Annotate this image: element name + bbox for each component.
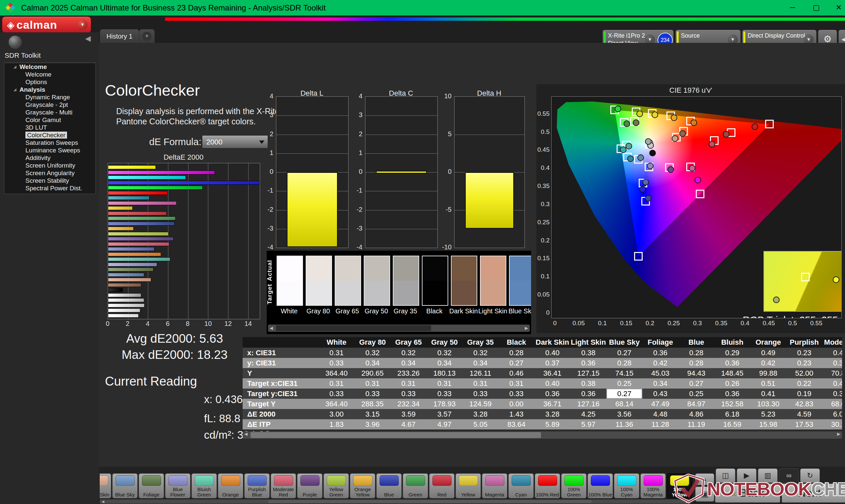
stop-measure-button[interactable]: ▣ xyxy=(695,487,714,502)
delta_c-bar xyxy=(376,171,427,174)
patch-button-100-cyan[interactable]: 100% Cyan xyxy=(614,473,639,498)
y-tick-label: 4 xyxy=(256,92,273,100)
patch-button-100-red[interactable]: 100% Red xyxy=(535,473,560,498)
toolbar-icon-button[interactable]: ∞ xyxy=(779,468,799,483)
compare-swatch-label: Gray 50 xyxy=(362,307,390,315)
workflow-title: SDR Toolkit xyxy=(5,52,40,59)
measured-marker xyxy=(689,165,696,172)
patch-button-purplish-blue[interactable]: Purplish Blue xyxy=(244,473,270,498)
table-cell: 68.05 xyxy=(822,399,842,409)
session-orb-button[interactable] xyxy=(8,36,22,49)
tree-item-options[interactable]: Options xyxy=(4,78,95,86)
table-cell: 232.34 xyxy=(390,399,426,409)
scroll-left-icon[interactable]: ◀ xyxy=(243,431,249,439)
patch-button-100-yellow[interactable]: 100% Yellow xyxy=(667,473,692,498)
next-button[interactable]: Next » xyxy=(781,484,845,503)
toolbar-icon-button[interactable]: ▶ xyxy=(737,468,757,483)
scroll-right-icon[interactable]: ▶ xyxy=(835,431,842,439)
tree-item-spectral-power-dist-[interactable]: Spectral Power Dist. xyxy=(4,184,95,192)
strip-scrollbar-thumb[interactable] xyxy=(268,500,592,503)
minimize-button[interactable]: ─ xyxy=(787,3,798,13)
toolbar-icon-button[interactable]: ◫ xyxy=(716,468,735,483)
close-button[interactable]: ✕ xyxy=(833,3,844,13)
cie-x-tick-label: 0.35 xyxy=(711,320,731,327)
scroll-right-icon[interactable]: ▶ xyxy=(684,499,690,504)
tree-item-colorchecker[interactable]: ColorChecker xyxy=(4,131,95,139)
tree-item-welcome[interactable]: Welcome xyxy=(4,71,95,78)
scroll-left-icon[interactable]: ◀ xyxy=(268,325,275,332)
tree-item-screen-uniformity[interactable]: Screen Uniformity xyxy=(4,162,95,169)
patch-button-yellow[interactable]: Yellow xyxy=(456,473,481,498)
cie-x-tick-label: 0.1 xyxy=(593,320,612,327)
maximize-button[interactable]: ▢ xyxy=(811,3,822,13)
actual-target-swatch-panel: ActualTargetWhiteGray 80Gray 65Gray 50Gr… xyxy=(267,251,531,334)
table-cell: 0.32 xyxy=(426,348,462,358)
tree-group-analysis[interactable]: ◢Analysis xyxy=(4,86,95,93)
cie-y-tick-label: 0 xyxy=(532,309,550,316)
table-cell: 0.31 xyxy=(462,378,498,389)
tree-item-screen-angularity[interactable]: Screen Angularity xyxy=(4,169,95,177)
table-cell: 0.46 xyxy=(498,368,534,378)
tree-item-luminance-sweeps[interactable]: Luminance Sweeps xyxy=(4,146,95,154)
patch-button-orange[interactable]: Orange xyxy=(218,473,243,498)
sidebar-collapse-button[interactable]: ◀ xyxy=(85,34,91,43)
table-scrollbar[interactable]: ◀ ▶ xyxy=(243,431,842,439)
table-cell: 0.27 xyxy=(606,348,642,358)
patch-button-cyan[interactable]: Cyan xyxy=(508,473,534,498)
table-cell: 5.23 xyxy=(750,409,786,419)
patch-button-label: Purplish Blue xyxy=(245,487,269,498)
patch-button-100-green[interactable]: 100% Green xyxy=(561,473,586,498)
patch-button-blue-flower[interactable]: Blue Flower xyxy=(165,473,191,498)
table-scrollbar-thumb[interactable] xyxy=(250,432,541,438)
tree-item-screen-stability[interactable]: Screen Stability xyxy=(4,177,95,184)
tree-group-welcome[interactable]: ◢Welcome xyxy=(4,63,95,71)
patch-button-blue-sky[interactable]: Blue Sky xyxy=(112,473,138,498)
y-tick-label: 4 xyxy=(345,92,363,100)
x-tick-label: 6 xyxy=(164,320,171,327)
table-cell: 0.43 xyxy=(822,348,842,358)
rgb-triplet-readout: RGB Triplet: 255, 255, 0 xyxy=(736,314,842,318)
row-label: Target Y xyxy=(243,399,318,409)
patch-button-moderate-red[interactable]: Moderate Red xyxy=(271,473,296,498)
tree-item-3d-lut[interactable]: 3D LUT xyxy=(4,124,95,131)
patch-button-light-skin[interactable]: Light Skin xyxy=(100,473,111,498)
toolbar-icon-button[interactable]: ↻ xyxy=(800,468,820,483)
patch-button-100-blue[interactable]: 100% Blue xyxy=(587,473,613,498)
tree-item-grayscale-multi[interactable]: Grayscale - Multi xyxy=(4,109,95,116)
patch-button-foliage[interactable]: Foliage xyxy=(139,473,164,498)
table-cell: 5.97 xyxy=(570,419,606,430)
tree-item-saturation-sweeps[interactable]: Saturation Sweeps xyxy=(4,139,95,146)
patch-button-red[interactable]: Red xyxy=(429,473,455,498)
patch-button-green[interactable]: Green xyxy=(403,473,428,498)
tree-item-color-gamut[interactable]: Color Gamut xyxy=(4,116,95,124)
patch-button-bluish-green[interactable]: Bluish Green xyxy=(191,473,217,498)
swatch-panel-scrollbar[interactable]: ◀▶ xyxy=(268,325,530,332)
patch-button-100-magenta[interactable]: 100% Magenta xyxy=(640,473,666,498)
strip-scroll-up-button[interactable]: ▲ xyxy=(695,473,714,485)
sidebar: ◀ SDR Toolkit ◢WelcomeWelcomeOptions◢Ana… xyxy=(0,32,99,504)
back-button[interactable]: « Back xyxy=(715,484,780,503)
bar-orange-yellow xyxy=(108,227,134,231)
toolbar-icon-button[interactable]: ▥ xyxy=(758,468,778,483)
tree-item-additivity[interactable]: Additivity xyxy=(4,154,95,162)
cie-x-tick-label: 0 xyxy=(545,320,565,327)
tree-item-label: Screen Stability xyxy=(25,177,69,184)
patch-button-purple[interactable]: Purple xyxy=(297,473,322,498)
calman-menu-button[interactable]: ◈ calman ▼ xyxy=(2,17,91,33)
patch-button-orange-yellow[interactable]: Orange Yellow xyxy=(350,473,375,498)
add-tab-button[interactable]: + xyxy=(139,29,155,43)
tree-item-dynamic-range[interactable]: Dynamic Range xyxy=(4,93,95,101)
tree-item-grayscale-2pt[interactable]: Grayscale - 2pt xyxy=(4,101,95,109)
scroll-left-icon[interactable]: ◀ xyxy=(100,499,106,504)
swatch-scrollbar-thumb[interactable] xyxy=(276,325,431,331)
tab-history-1[interactable]: History 1 xyxy=(100,29,139,43)
patch-button-label: Light Skin xyxy=(100,492,110,498)
patch-button-yellow-green[interactable]: Yellow Green xyxy=(323,473,349,498)
measured-marker xyxy=(639,186,646,193)
row-label: Target y:CIE31 xyxy=(243,389,318,399)
patch-button-blue[interactable]: Blue xyxy=(376,473,402,498)
patch-button-magenta[interactable]: Magenta xyxy=(482,473,507,498)
table-cell: 6.18 xyxy=(714,409,750,419)
patch-strip-scrollbar[interactable]: ◀ ▶ xyxy=(100,499,690,504)
scroll-right-icon[interactable]: ▶ xyxy=(523,325,530,332)
